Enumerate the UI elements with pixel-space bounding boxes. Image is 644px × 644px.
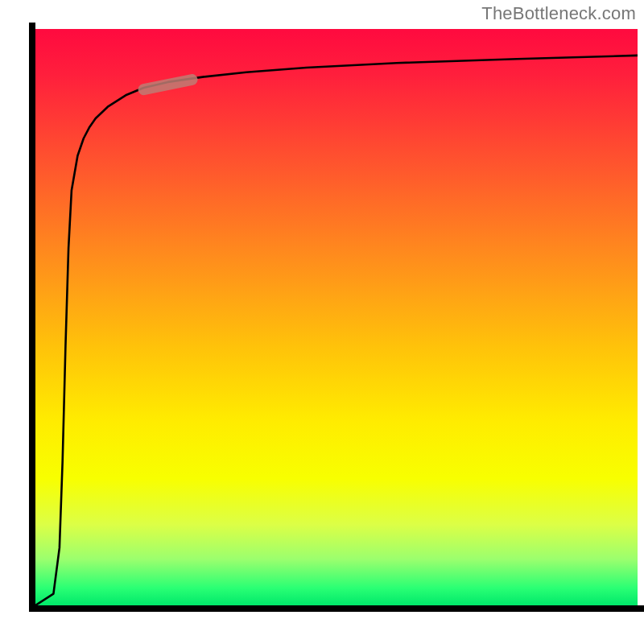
bottleneck-chart: TheBottleneck.com	[0, 0, 644, 644]
watermark-text: TheBottleneck.com	[481, 3, 636, 24]
chart-gradient-background	[35, 29, 638, 605]
